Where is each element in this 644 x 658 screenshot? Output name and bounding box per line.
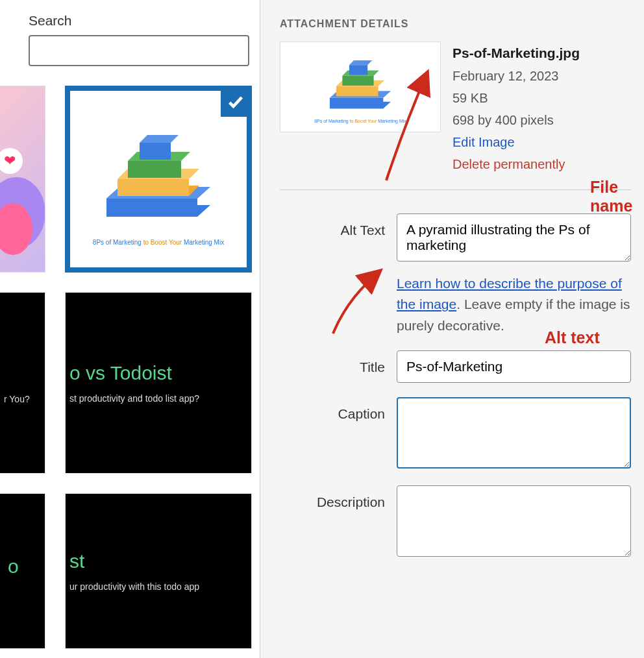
attachment-size: 59 KB [452, 87, 580, 109]
panel-heading: ATTACHMENT DETAILS [280, 18, 631, 30]
search-input[interactable] [29, 35, 249, 66]
selected-check-icon[interactable] [221, 87, 251, 117]
attachment-filename: Ps-of-Marketing.jpg [452, 42, 580, 65]
thumb-title: st [69, 550, 84, 572]
illustration-thumb: ❤ [0, 86, 45, 272]
svg-rect-16 [342, 75, 373, 85]
caption-label: Caption [280, 397, 397, 422]
attachment-preview: 8Ps of Marketing to Boost Your Marketing… [280, 42, 441, 132]
media-thumb-partial-2[interactable]: r You? [0, 292, 45, 474]
heart-icon: ❤ [0, 148, 23, 174]
delete-permanently-link[interactable]: Delete permanently [452, 153, 580, 175]
media-thumb-selected[interactable]: 8Ps of Marketing to Boost Your Marketing… [65, 86, 252, 273]
svg-marker-10 [140, 135, 179, 143]
media-thumb-st[interactable]: st ur productivity with this todo app [65, 493, 252, 649]
attachment-dimensions: 698 by 400 pixels [452, 109, 580, 131]
media-thumb-todoist[interactable]: o vs Todoist st productivity and todo li… [65, 292, 252, 474]
media-grid-pane: Search ❤ [0, 0, 260, 658]
search-label: Search [29, 13, 254, 29]
alt-text-input[interactable]: A pyramid illustrating the Ps of marketi… [397, 213, 631, 262]
title-label: Title [280, 350, 397, 375]
thumb-sub: st productivity and todo list app? [69, 393, 199, 404]
edit-image-link[interactable]: Edit Image [452, 131, 580, 153]
media-thumb-partial[interactable]: ❤ [0, 86, 45, 273]
alt-text-label: Alt Text [280, 213, 397, 238]
pyramid-image: 8Ps of Marketing to Boost Your Marketing… [70, 91, 247, 267]
attachment-date: February 12, 2023 [452, 65, 580, 87]
description-input[interactable] [397, 485, 631, 557]
svg-marker-19 [349, 60, 372, 65]
thumb-text: r You? [4, 394, 30, 404]
caption-input[interactable] [397, 397, 631, 469]
svg-rect-3 [106, 199, 197, 217]
svg-rect-7 [128, 161, 181, 178]
alt-text-help: Learn how to describe the purpose of the… [397, 273, 631, 337]
thumb-title: o [8, 555, 19, 578]
svg-rect-5 [118, 179, 189, 196]
attachment-details-panel: ATTACHMENT DETAILS 8Ps of Marketing to B… [260, 0, 644, 658]
thumb-sub: ur productivity with this todo app [69, 581, 199, 592]
title-input[interactable] [397, 350, 631, 383]
svg-rect-9 [140, 143, 171, 160]
svg-rect-14 [336, 86, 378, 96]
media-thumb-partial-3[interactable]: o [0, 493, 45, 649]
svg-rect-12 [330, 97, 383, 108]
description-label: Description [280, 485, 397, 510]
thumb-title: o vs Todoist [69, 362, 172, 384]
svg-rect-18 [349, 65, 367, 75]
